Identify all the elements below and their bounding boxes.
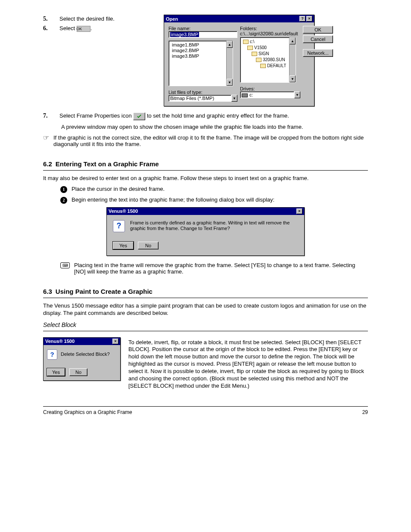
frame-properties-icon xyxy=(133,112,145,120)
step6-text: Select xyxy=(59,25,75,31)
footer-right: 29 xyxy=(362,409,368,415)
drive-icon xyxy=(242,93,248,97)
folders-path: c:\...\sign\32080.sun\default xyxy=(240,31,300,36)
step7-num: 7. xyxy=(52,112,59,119)
scroll-down-icon[interactable]: ▼ xyxy=(227,79,233,86)
keyboard-icon: ⌨ xyxy=(60,262,70,268)
section3-intro: The Venus 1500 message editor has a simp… xyxy=(43,302,368,317)
open-dialog-titlebar[interactable]: Open ? × xyxy=(164,15,314,22)
chevron-down-icon[interactable]: ▼ xyxy=(231,95,237,102)
section2-num: 6.2 xyxy=(43,160,52,168)
section3-num: 6.3 xyxy=(43,288,52,295)
list-files-label: List files of type: xyxy=(168,90,237,95)
footer-left: Creating Graphics on a Graphic Frame xyxy=(43,409,132,415)
change-frame-titlebar[interactable]: Venus® 1500 × xyxy=(107,208,304,215)
question-icon: ? xyxy=(47,349,57,360)
folder-open-icon xyxy=(252,52,257,56)
delete-block-titlebar[interactable]: Venus® 1500 × xyxy=(44,338,120,345)
section2-intro: It may also be desired to enter text on … xyxy=(43,175,368,182)
section-paint: 6.3 Using Paint to Create a Graphic The … xyxy=(43,288,368,393)
drive-select[interactable]: c: xyxy=(240,91,294,98)
preview-note: A preview window may open to show the ch… xyxy=(61,124,368,131)
folder-open-icon xyxy=(256,58,262,62)
folder-open-icon xyxy=(243,40,249,44)
no-button[interactable]: No xyxy=(138,242,159,249)
scroll-up-icon[interactable]: ▲ xyxy=(227,41,233,48)
close-icon[interactable]: × xyxy=(112,339,118,344)
file-list[interactable]: image1.BMP image2.BMP image3.BMP ▲ ▼ xyxy=(168,40,233,86)
step7-after: to set the hold time and graphic entry e… xyxy=(147,112,289,119)
step7-text: Select Frame Properties icon xyxy=(59,112,132,119)
folder-open-icon xyxy=(260,64,266,68)
question-icon: ? xyxy=(113,220,125,232)
scroll-down-icon[interactable]: ▼ xyxy=(290,75,296,82)
hand-note-text: If the graphic is not the correct size, … xyxy=(53,134,368,147)
no-button[interactable]: No xyxy=(69,368,87,376)
step6-num: 6. xyxy=(52,25,59,32)
file-type-select[interactable]: Bitmap Files (*.BMP) xyxy=(168,95,231,102)
help-icon[interactable]: ? xyxy=(299,16,305,22)
change-frame-message: Frame is currently defined as a graphic … xyxy=(130,220,298,231)
file-item[interactable]: image3.BMP xyxy=(172,53,230,59)
change-frame-title: Venus® 1500 xyxy=(109,208,138,214)
section-entering-text: 6.2 Entering Text on a Graphic Frame It … xyxy=(43,160,368,275)
file-name-label: File name: xyxy=(168,26,237,31)
step5-num: 5. xyxy=(52,16,59,22)
step-circle-2: 2 xyxy=(60,197,67,204)
network-button[interactable]: Network... xyxy=(303,49,333,57)
chevron-down-icon[interactable]: ▼ xyxy=(294,91,300,98)
close-icon[interactable]: × xyxy=(296,208,302,214)
pointing-hand-icon: ☞ xyxy=(43,134,49,142)
step-circle-1: 1 xyxy=(60,186,67,193)
keyboard-note: Placing text in the frame will remove th… xyxy=(74,262,368,275)
file-item[interactable]: image2.BMP xyxy=(172,48,230,53)
open-dialog-title: Open xyxy=(166,16,178,22)
cancel-button[interactable]: Cancel xyxy=(303,35,333,43)
yes-button[interactable]: Yes xyxy=(113,242,134,249)
section3-sub: Select Block xyxy=(43,321,76,328)
section3-title: Using Paint to Create a Graphic xyxy=(56,288,153,295)
ok-button[interactable]: OK xyxy=(303,26,333,34)
open-dialog: Open ? × File name: image3.BMP xyxy=(164,15,314,106)
delete-block-title: Venus® 1500 xyxy=(45,339,75,344)
close-icon[interactable]: × xyxy=(306,16,312,22)
section3-body: To delete, invert, flip, or rotate a blo… xyxy=(128,339,368,390)
file-item[interactable]: image1.BMP xyxy=(172,42,230,48)
section-graphic-steps: 5.Select the desired file. 6.Select OK. … xyxy=(43,13,368,147)
scroll-up-icon[interactable]: ▲ xyxy=(290,37,296,44)
section2-step2: Begin entering the text into the graphic… xyxy=(72,196,274,203)
step5-text: Select the desired file. xyxy=(59,16,115,22)
ok-inline-btn: OK xyxy=(77,26,90,32)
drives-label: Drives: xyxy=(240,86,300,91)
delete-block-dialog: Venus® 1500 × ? Delete Selected Block? Y… xyxy=(43,337,121,381)
folder-tree[interactable]: c:\ V1500 SIGN 32080.SUN DEFAULT ▲ ▼ xyxy=(240,37,296,83)
change-frame-dialog: Venus® 1500 × ? Frame is currently defin… xyxy=(106,207,305,256)
delete-block-message: Delete Selected Block? xyxy=(61,352,110,357)
section2-title: Entering Text on a Graphic Frame xyxy=(56,160,159,168)
folder-open-icon xyxy=(247,46,253,50)
folders-label: Folders: xyxy=(240,26,300,31)
yes-button[interactable]: Yes xyxy=(47,368,65,376)
file-name-input[interactable]: image3.BMP xyxy=(170,32,199,37)
section2-step1: Place the cursor in the desired frame. xyxy=(72,186,165,192)
